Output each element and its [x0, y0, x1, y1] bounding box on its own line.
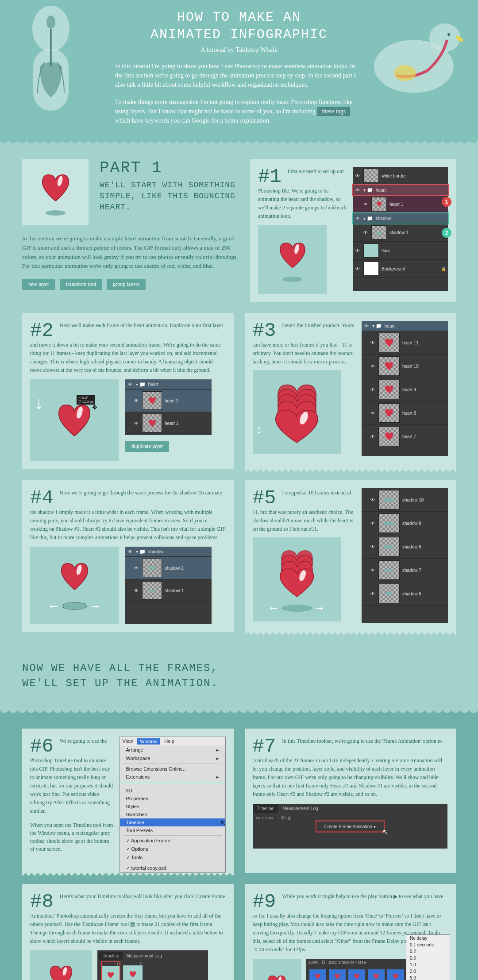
- step3-preview: ↕: [253, 370, 341, 454]
- menu-item[interactable]: 3D: [120, 787, 225, 795]
- transform-tooltip: △ 0.0°▽ 12.3 px: [77, 395, 95, 405]
- human-anatomy-illustration: [7, 4, 108, 128]
- up-down-arrow-icon: ↕: [256, 422, 262, 436]
- step8-preview: [30, 950, 92, 980]
- window-menu: ViewWindowHelp Arrange▸ Workspace▸ Brows…: [120, 737, 226, 873]
- scallop-divider: [0, 139, 478, 146]
- layer-label: Background: [382, 266, 405, 271]
- move-cursor-icon: ✥: [92, 404, 97, 411]
- menu-view[interactable]: View: [123, 738, 133, 745]
- step-8-card: #8 Here's what your Timeline toolbar wil…: [22, 884, 234, 980]
- part-title: PART 1: [100, 159, 239, 177]
- delay-option[interactable]: 1.0: [406, 961, 450, 968]
- frame-2[interactable]: 2 0 sec.▾: [123, 961, 143, 980]
- heart-preview-box: [22, 159, 89, 225]
- heart-icon: [37, 169, 74, 207]
- step-number: #3: [253, 321, 276, 340]
- timeline-panel: TimelineMeasurement Log ⏮ ◀ ▶ ⏭ ⋯ ⎘ 🗑 Cr…: [253, 804, 447, 849]
- timeline-tab[interactable]: Timeline: [253, 804, 278, 813]
- cursor-icon: ↖: [220, 819, 226, 827]
- svg-point-6: [447, 33, 450, 36]
- timeline-frame[interactable]: 0.08▾: [348, 969, 365, 980]
- delay-option[interactable]: 2.0: [406, 968, 450, 975]
- menu-item[interactable]: Extensions▸: [120, 773, 225, 781]
- visibility-icon[interactable]: 👁: [355, 173, 361, 179]
- step-2-card: #2 Next we'll make each frame of the hea…: [22, 313, 234, 469]
- delay-option[interactable]: 0.5: [406, 955, 450, 961]
- layer-label: white border: [382, 174, 406, 178]
- step-text-2: When you open the Timeline tool from the…: [30, 821, 114, 853]
- step-text: Next we'll make each frame of the heart …: [30, 322, 224, 373]
- step-6-card: #6 We're going to use the Photoshop Time…: [22, 729, 234, 873]
- badge-1: 1: [442, 197, 451, 207]
- layer-label: floor: [382, 248, 390, 253]
- layer-group-heart: heart: [376, 188, 386, 193]
- menu-window[interactable]: Window: [137, 738, 160, 745]
- timeline-frame[interactable]: 0.08▾: [309, 969, 326, 980]
- menu-item[interactable]: Workspace▸: [120, 754, 225, 763]
- tag-duplicate-layer: duplicate layer: [125, 441, 169, 452]
- svg-point-5: [394, 65, 416, 81]
- layer-label: heart 1: [389, 202, 403, 207]
- part-subtitle: WE'LL START WITH SOMETHING SIMPLE, LIKE …: [100, 180, 239, 213]
- delay-option[interactable]: No delay: [406, 935, 450, 941]
- timeline-frame[interactable]: 0.08▾: [368, 969, 385, 980]
- step-9-card: #9 While you work it might help to use t…: [245, 884, 456, 980]
- step-3-card: #3 Here's the finished product. Yours ca…: [245, 313, 456, 469]
- measurement-tab[interactable]: Measurement Log: [278, 804, 323, 813]
- down-arrow-icon: ↓: [35, 393, 43, 413]
- menu-item[interactable]: ✓ Options: [120, 845, 225, 853]
- layers-panel: 👁▾ heart 👁heart 11 👁heart 10 👁heart 9 👁h…: [362, 321, 448, 456]
- menu-item[interactable]: Properties: [120, 795, 225, 803]
- heart-shadow: [46, 210, 66, 216]
- transition-heading: NOW WE HAVE ALL THE FRAMES,WE'LL SET UP …: [22, 643, 456, 695]
- create-frame-animation-button[interactable]: Create Frame Animation ▾↖: [315, 821, 384, 833]
- duck-anatomy-illustration: [361, 13, 471, 111]
- timeline-frame[interactable]: 0.08▾: [329, 969, 346, 980]
- layer-group-shadow: shadow: [376, 216, 391, 221]
- step5-preview: ← →: [253, 537, 341, 621]
- menu-item[interactable]: Swatches: [120, 810, 225, 818]
- menu-item[interactable]: Tool Presets: [120, 826, 225, 834]
- step-number: #9: [253, 892, 276, 911]
- menu-item[interactable]: Styles: [120, 803, 225, 810]
- left-arrow-icon: ←: [268, 602, 280, 615]
- intro-paragraph-2: To make things more manageable I'm not g…: [115, 97, 363, 125]
- right-arrow-icon: →: [314, 602, 326, 615]
- frame-delay-menu: No delay 0.1 seconds 0.2 0.5 1.0 2.0 5.0…: [406, 934, 450, 980]
- inline-tag: these tags: [317, 107, 350, 116]
- menu-item[interactable]: Browse Extensions Online...: [120, 765, 225, 773]
- step-number: #6: [30, 737, 54, 756]
- badge-2: 2: [442, 228, 451, 238]
- menu-help[interactable]: Help: [164, 738, 174, 745]
- frame-1[interactable]: 1 0 sec.▾: [101, 961, 120, 980]
- right-arrow-icon: →: [89, 599, 101, 613]
- menu-item[interactable]: ✓ Tools: [120, 853, 225, 862]
- step-text: Now we're going to go through the same p…: [30, 490, 225, 540]
- menu-item[interactable]: Arrange▸: [120, 746, 225, 754]
- menu-item[interactable]: ✓ Application Frame: [120, 837, 225, 845]
- step-number: #7: [253, 737, 276, 756]
- delay-option[interactable]: 0.1 seconds: [406, 941, 450, 948]
- step-1-card: #1 First we need to set up our Photoshop…: [250, 159, 456, 302]
- timeline-frame[interactable]: 0.08▾: [387, 969, 404, 980]
- page-title: HOW TO MAKE ANANIMATED INFOGRAPHIC: [115, 9, 363, 43]
- layers-panel: 👁shadow 10 👁shadow 9 👁shadow 8 👁shadow 7…: [362, 488, 448, 623]
- header-section: HOW TO MAKE ANANIMATED INFOGRAPHIC A tut…: [0, 0, 478, 139]
- tags-row: new layer transform tool group layers: [22, 279, 239, 290]
- menu-item[interactable]: ✓ tutorial copy.psd: [120, 864, 225, 872]
- delay-option[interactable]: 5.0: [406, 975, 450, 980]
- menu-item-timeline[interactable]: Timeline↖: [120, 818, 225, 826]
- intro-paragraph-1: In this tutorial I'm going to show you h…: [115, 62, 363, 89]
- scallop-divider: [0, 708, 478, 715]
- step-number: #8: [30, 892, 54, 911]
- layers-panel: 👁white border 👁▾ heart 👁heart 1 👁▾ shado…: [353, 167, 448, 291]
- cursor-icon: ↖: [382, 828, 388, 836]
- delay-option[interactable]: 0.2: [406, 948, 450, 955]
- step-7-card: #7 In this Timeline toolbar, we're going…: [245, 729, 456, 873]
- step-number: #5: [253, 488, 276, 508]
- step1-preview: [258, 225, 327, 294]
- step-number: #2: [30, 321, 54, 340]
- step-5-card: #5 I stopped at 10 frames instead of 11,…: [245, 480, 456, 632]
- step-text: Here's what your Timeline toolbar will l…: [30, 893, 225, 944]
